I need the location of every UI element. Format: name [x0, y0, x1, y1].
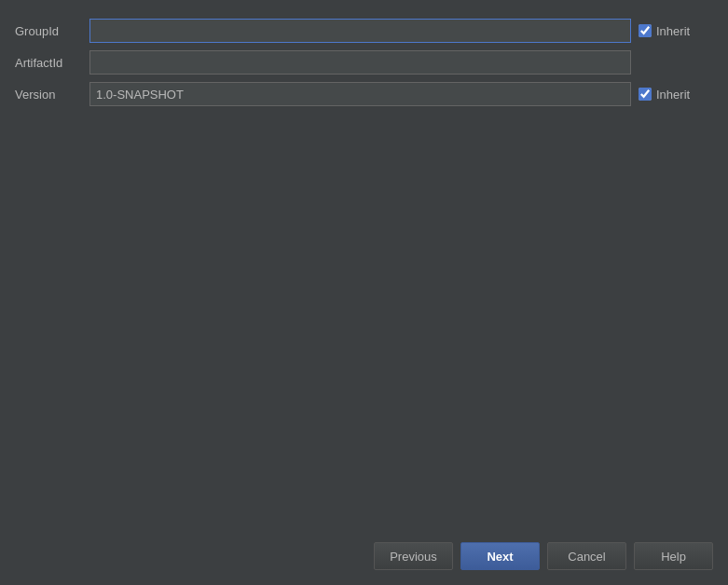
version-inherit-container: Inherit	[639, 88, 713, 102]
previous-button[interactable]: Previous	[374, 542, 453, 570]
version-label: Version	[15, 88, 89, 102]
main-content: GroupId Inherit ArtifactId Inherit Versi…	[0, 0, 728, 533]
artifactid-row: ArtifactId Inherit	[15, 50, 713, 75]
help-button[interactable]: Help	[634, 542, 713, 570]
groupid-row: GroupId Inherit	[15, 19, 713, 43]
artifactid-label: ArtifactId	[15, 56, 89, 70]
footer: Previous Next Cancel Help	[0, 533, 728, 585]
groupid-input[interactable]	[89, 19, 631, 43]
version-inherit-label[interactable]: Inherit	[656, 88, 690, 102]
version-input[interactable]	[89, 82, 631, 106]
cancel-button[interactable]: Cancel	[547, 542, 626, 570]
groupid-inherit-label[interactable]: Inherit	[656, 24, 690, 38]
version-row: Version Inherit	[15, 82, 713, 106]
groupid-inherit-checkbox[interactable]	[639, 24, 652, 37]
version-inherit-checkbox[interactable]	[639, 88, 652, 101]
artifactid-input[interactable]	[89, 50, 631, 75]
next-button[interactable]: Next	[460, 542, 540, 570]
groupid-inherit-container: Inherit	[639, 24, 713, 38]
groupid-label: GroupId	[15, 24, 89, 38]
